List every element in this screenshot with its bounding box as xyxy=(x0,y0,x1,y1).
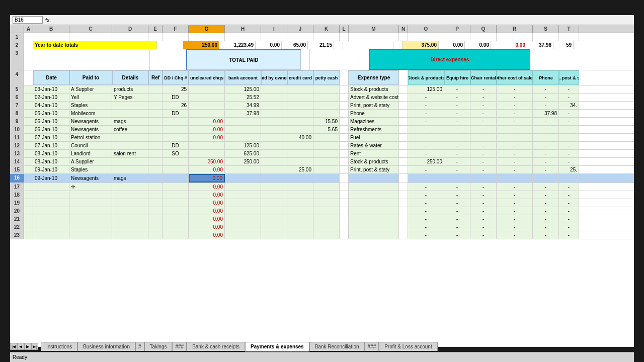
paid-by-owners-header: paid by owners xyxy=(261,70,287,85)
total-paid-header: TOTAL PAID xyxy=(186,49,301,70)
row2-j[interactable]: 65.00 xyxy=(282,41,308,49)
row2-r[interactable]: 0.00 xyxy=(491,41,527,49)
column-headers: A B C D E F G H I J K L M N O P Q R S T xyxy=(10,25,634,33)
formula-bar: fx xyxy=(10,15,634,25)
col-r[interactable]: R xyxy=(497,25,533,33)
scroll-last[interactable]: ▶| xyxy=(31,343,38,350)
chair-rental-header: Chair rental xyxy=(470,70,497,85)
table-row[interactable]: 18 0.00 - - - - - - xyxy=(10,191,634,199)
col-h[interactable]: H xyxy=(225,25,261,33)
col-t[interactable]: T xyxy=(559,25,579,33)
table-row[interactable]: 19 0.00 - - - - - - xyxy=(10,199,634,207)
tab-hash1[interactable]: # xyxy=(135,342,144,351)
other-cost-header: Other cost of sales xyxy=(497,70,533,85)
table-row[interactable]: 9 06-Jan-10 Newsagents mags 0.00 15.50 M… xyxy=(10,118,634,126)
print-post-header: Print, post & stat... xyxy=(559,70,579,85)
tab-bar: |◀ ◀ ▶ ▶| Instructions Business informat… xyxy=(10,341,438,352)
col-b[interactable]: B xyxy=(33,25,69,33)
status-text: Ready xyxy=(13,354,27,360)
table-row[interactable]: 13 08-Jan-10 Landlord salon rent SO 625.… xyxy=(10,150,634,158)
row-2: 2 Year to date totals 250.00 1,223.49 0.… xyxy=(10,41,634,49)
col-k[interactable]: K xyxy=(313,25,340,33)
row2-t[interactable]: 59 xyxy=(553,41,574,49)
table-row[interactable]: 15 09-Jan-10 Staples 0.00 25.00 Print, p… xyxy=(10,166,634,174)
tab-bank-cash[interactable]: Bank & cash receipts xyxy=(187,342,245,351)
table-row[interactable]: 21 0.00 - - - - - - xyxy=(10,215,634,223)
phone-header: Phone xyxy=(533,70,559,85)
credit-card-header: credit card xyxy=(287,70,313,85)
col-d[interactable]: D xyxy=(112,25,148,33)
petty-cash-header: petty cash xyxy=(313,70,340,85)
date-header: Date xyxy=(33,70,69,85)
col-l[interactable]: L xyxy=(340,25,349,33)
col-e[interactable]: E xyxy=(148,25,163,33)
table-row[interactable]: 11 07-Jan-10 Petrol station 0.00 40.00 F… xyxy=(10,134,634,142)
corner-cell xyxy=(10,25,24,33)
stock-products-header: Stock & products xyxy=(408,70,444,85)
ref-header: Ref xyxy=(148,70,163,85)
row-3-header: 3 TOTAL PAID Direct expenses xyxy=(10,49,634,70)
table-row[interactable]: 20 0.00 - - - - - - xyxy=(10,207,634,215)
row2-p[interactable]: 0.00 xyxy=(439,41,465,49)
col-j[interactable]: J xyxy=(287,25,313,33)
name-box[interactable] xyxy=(13,16,43,24)
table-row[interactable]: 5 03-Jan-10 A Supplier products 25 125.0… xyxy=(10,85,634,94)
details-header: Details xyxy=(112,70,148,85)
tab-business-info[interactable]: Business information xyxy=(77,342,135,351)
table-row[interactable]: 6 02-Jan-10 Yell Y Pages DD 25.52 Advert… xyxy=(10,94,634,102)
row2-o[interactable]: 375.00 xyxy=(403,41,439,49)
uncleared-header: uncleared chqs xyxy=(189,70,225,85)
col-g[interactable]: G xyxy=(189,25,225,33)
col-p[interactable]: P xyxy=(444,25,470,33)
row2-i[interactable]: 0.00 xyxy=(256,41,282,49)
table-row[interactable]: 17 ✛ 0.00 - - - - - - xyxy=(10,183,634,191)
col-i[interactable]: I xyxy=(261,25,287,33)
paid-to-header: Paid to xyxy=(69,70,112,85)
row2-h[interactable]: 1,223.49 xyxy=(219,41,256,49)
dd-chq-header: DD / Chq # xyxy=(163,70,189,85)
status-bar: Ready xyxy=(10,352,634,362)
tab-instructions[interactable]: Instructions xyxy=(41,342,77,351)
tab-takings[interactable]: Takings xyxy=(144,342,173,351)
row2-g[interactable]: 250.00 xyxy=(183,41,219,49)
tab-payments-expenses[interactable]: Payments & expenses xyxy=(245,342,309,351)
row2-s[interactable]: 37.98 xyxy=(527,41,553,49)
col-q[interactable]: Q xyxy=(470,25,497,33)
tab-hash2[interactable]: ### xyxy=(172,342,187,351)
scroll-prev[interactable]: ◀ xyxy=(17,343,24,350)
table-row[interactable]: 14 08-Jan-10 A Supplier 250.00 250.00 St… xyxy=(10,158,634,166)
year-to-date-label[interactable]: Year to date totals xyxy=(33,41,157,49)
col-a[interactable]: A xyxy=(24,25,33,33)
col-c[interactable]: C xyxy=(69,25,112,33)
table-row[interactable]: 22 0.00 - - - - - - xyxy=(10,223,634,231)
table-row[interactable]: 16 09-Jan-10 Newsagents mags 0.00 xyxy=(10,174,634,183)
scroll-next[interactable]: ▶ xyxy=(24,343,31,350)
col-f[interactable]: F xyxy=(163,25,189,33)
row2-k[interactable]: 21.15 xyxy=(308,41,334,49)
col-o[interactable]: O xyxy=(408,25,444,33)
col-n[interactable]: N xyxy=(399,25,408,33)
row-1: 1 xyxy=(10,33,634,41)
sheet-scroll-arrows: |◀ ◀ ▶ ▶| xyxy=(10,343,38,350)
table-row[interactable]: 10 06-Jan-10 Newsagents coffee 0.00 5.65… xyxy=(10,126,634,134)
direct-expenses-header: Direct expenses xyxy=(369,49,530,70)
col-m[interactable]: M xyxy=(349,25,399,33)
tab-profit-loss[interactable]: Profit & Loss account xyxy=(379,342,438,351)
equip-hire-header: Equip hire xyxy=(444,70,470,85)
col-s[interactable]: S xyxy=(533,25,559,33)
table-row[interactable]: 8 05-Jan-10 Mobilecom DD 37.98 Phone - -… xyxy=(10,110,634,118)
table-row[interactable]: 23 0.00 - - - - - - xyxy=(10,231,634,239)
row2-q[interactable]: 0.00 xyxy=(465,41,491,49)
row-4-subheaders: 4 Date Paid to Details Ref DD / Chq # un… xyxy=(10,70,634,85)
table-row[interactable]: 12 07-Jan-10 Council DD 125.00 Rates & w… xyxy=(10,142,634,150)
grid-body: 1 2 Year to date totals xyxy=(10,33,634,347)
spreadsheet: fx A B C D E F G H I J K L M N O P Q R S… xyxy=(10,15,634,347)
tab-bank-reconciliation[interactable]: Bank Reconciliation xyxy=(309,342,365,351)
tab-hash3[interactable]: ### xyxy=(365,342,379,351)
scroll-first[interactable]: |◀ xyxy=(10,343,17,350)
bank-account-header: bank account xyxy=(225,70,261,85)
expense-type-header: Expense type xyxy=(349,70,399,85)
table-row[interactable]: 7 04-Jan-10 Staples 26 34.99 Print, post… xyxy=(10,102,634,110)
